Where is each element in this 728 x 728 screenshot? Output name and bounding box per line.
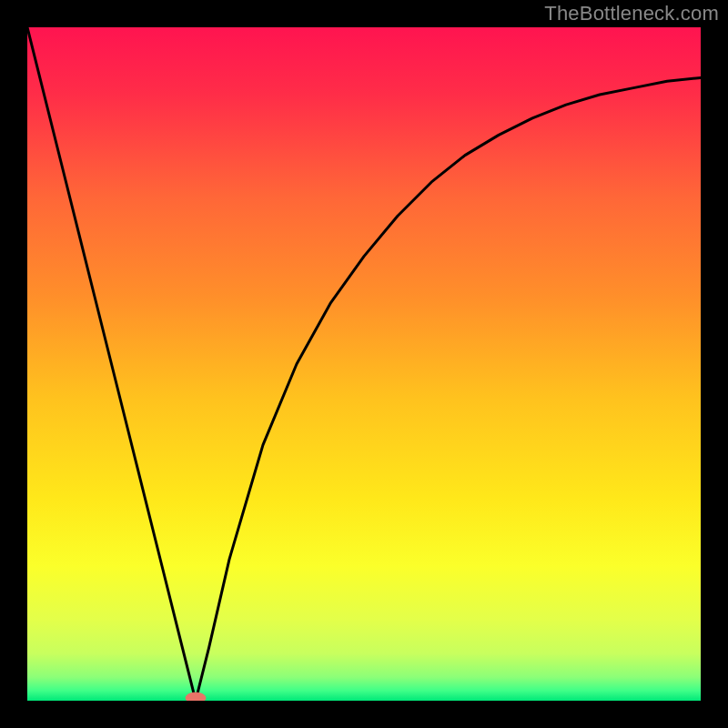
gradient-background bbox=[27, 27, 701, 701]
optimal-point-marker bbox=[186, 693, 206, 701]
chart-svg bbox=[27, 27, 701, 701]
attribution-text: TheBottleneck.com bbox=[544, 2, 719, 25]
chart-container: TheBottleneck.com bbox=[0, 0, 728, 728]
plot-area bbox=[27, 27, 701, 701]
